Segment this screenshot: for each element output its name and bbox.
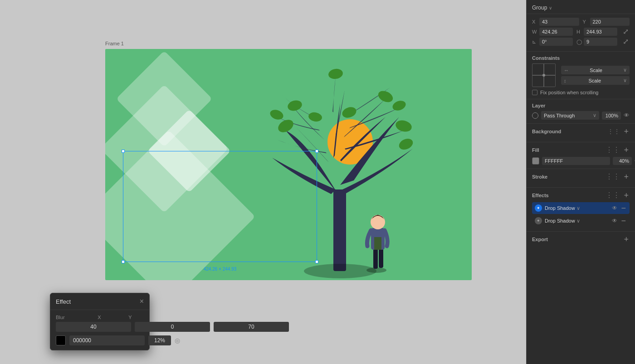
- resize-button[interactable]: ⤢: [622, 28, 630, 36]
- y-input[interactable]: [590, 18, 630, 26]
- background-actions: ⋮⋮ +: [606, 127, 630, 136]
- popup-color-hex-input[interactable]: [69, 335, 145, 345]
- fill-add-button[interactable]: +: [623, 146, 630, 154]
- popup-fields: Blur X Y ◎: [50, 310, 149, 350]
- rotation-input[interactable]: [539, 38, 573, 46]
- blur-value-input[interactable]: [56, 322, 131, 332]
- effect-2-remove-button[interactable]: −: [620, 217, 627, 225]
- svg-rect-13: [373, 248, 378, 269]
- fill-hex-input[interactable]: [542, 157, 610, 165]
- export-section: Export +: [527, 232, 635, 247]
- expand-button[interactable]: ⤢: [622, 38, 630, 46]
- popup-title: Effect: [56, 298, 71, 305]
- layer-section: Layer Pass Through ∨ 👁: [527, 99, 635, 124]
- stroke-section: Stroke ⋮⋮ +: [527, 169, 635, 188]
- constraint-selects: ↔ Scale ∨ ↕ Scale ∨: [561, 66, 630, 85]
- background-header: Background ⋮⋮ +: [532, 127, 630, 136]
- fix-position-row: Fix position when scrolling: [532, 90, 630, 95]
- fill-row: 👁 −: [532, 157, 630, 165]
- blend-chevron: ∨: [593, 112, 596, 118]
- h-constraint-select[interactable]: ↔ Scale ∨: [561, 66, 630, 74]
- canvas-area[interactable]: Frame 1: [0, 0, 526, 364]
- layer-title: Layer: [532, 103, 545, 108]
- corner-input[interactable]: [584, 38, 617, 46]
- effects-header: Effects ⋮⋮ +: [532, 191, 630, 199]
- y-value-input[interactable]: [214, 322, 289, 332]
- v-scale-icon: ↕: [564, 78, 567, 83]
- effect-name-1: Drop Shadow ∨: [545, 205, 609, 211]
- h-input[interactable]: [584, 28, 617, 36]
- constraint-box: [532, 63, 556, 87]
- effect-row-1: ✦ Drop Shadow ∨ 👁 −: [532, 202, 630, 214]
- xy-row: X Y: [532, 18, 630, 26]
- blend-mode-select[interactable]: Pass Through ∨: [541, 111, 599, 120]
- fill-actions: ⋮⋮ +: [605, 146, 630, 154]
- svg-point-8: [397, 136, 415, 151]
- layer-header: Layer: [532, 103, 630, 108]
- frame-label: Frame 1: [105, 41, 124, 46]
- rot-corner-row: ⊾ ◯ ⤢: [532, 38, 630, 46]
- x-label: X: [532, 19, 537, 24]
- background-dots-button[interactable]: ⋮⋮: [606, 127, 621, 136]
- svg-rect-16: [374, 237, 381, 250]
- stroke-add-button[interactable]: +: [623, 173, 630, 181]
- stroke-title: Stroke: [532, 174, 547, 180]
- tree-svg: [245, 49, 472, 280]
- y-label: Y: [583, 19, 588, 24]
- effects-dots-button[interactable]: ⋮⋮: [605, 191, 621, 199]
- svg-point-11: [304, 264, 376, 278]
- corner-label: ◯: [576, 39, 582, 45]
- background-add-button[interactable]: +: [623, 127, 630, 136]
- layer-blend-icon: [532, 112, 538, 119]
- h-chevron: ∨: [623, 67, 627, 73]
- effects-actions: ⋮⋮ +: [605, 191, 630, 199]
- svg-point-9: [308, 112, 322, 123]
- effect-1-eye-icon[interactable]: 👁: [612, 205, 617, 211]
- effect-2-eye-icon[interactable]: 👁: [612, 218, 617, 224]
- svg-point-3: [287, 99, 303, 112]
- popup-color-swatch[interactable]: [56, 335, 66, 345]
- fix-position-checkbox[interactable]: [532, 90, 537, 95]
- rotation-label: ⊾: [532, 39, 537, 45]
- constraints-section: Constraints ↔ Scale ∨ ↕ Scale ∨: [527, 52, 635, 99]
- w-field-group: W: [532, 28, 573, 36]
- svg-point-7: [395, 119, 413, 133]
- effect-row-2: ✦ Drop Shadow ∨ 👁 −: [532, 216, 630, 226]
- effect-1-chevron: ∨: [576, 205, 580, 211]
- stroke-dots-button[interactable]: ⋮⋮: [605, 173, 621, 181]
- y-label: Y: [117, 315, 144, 320]
- x-value-input[interactable]: [135, 322, 210, 332]
- constraint-dot: [542, 74, 545, 77]
- effect-2-chevron: ∨: [576, 218, 580, 224]
- stroke-header: Stroke ⋮⋮ +: [532, 173, 630, 181]
- x-field-group: X: [532, 18, 579, 26]
- svg-rect-14: [379, 248, 383, 268]
- v-constraint-select[interactable]: ↕ Scale ∨: [561, 76, 630, 85]
- popup-header: Effect ×: [50, 293, 149, 310]
- w-input[interactable]: [539, 28, 573, 36]
- popup-color-row: ◎: [56, 335, 144, 345]
- blur-label: Blur: [56, 315, 82, 320]
- group-title: Group ∨: [532, 5, 552, 11]
- fill-title: Fill: [532, 147, 539, 153]
- effects-add-button[interactable]: +: [623, 191, 630, 199]
- right-panel: Group ∨ X Y W H ⤢: [526, 0, 635, 364]
- svg-point-2: [269, 108, 284, 121]
- effect-name-2: Drop Shadow ∨: [545, 218, 609, 224]
- export-add-button[interactable]: +: [623, 235, 630, 243]
- effect-1-remove-button[interactable]: −: [620, 204, 627, 212]
- fill-dots-button[interactable]: ⋮⋮: [605, 146, 621, 154]
- tree-illustration: [105, 49, 472, 280]
- opacity-input[interactable]: [602, 112, 621, 120]
- group-chevron[interactable]: ∨: [549, 5, 552, 10]
- layer-row: Pass Through ∨ 👁: [532, 111, 630, 120]
- fill-color-swatch[interactable]: [532, 157, 539, 165]
- fill-opacity-input[interactable]: [613, 157, 632, 165]
- popup-labels-row: Blur X Y: [56, 315, 144, 320]
- x-input[interactable]: [539, 18, 579, 26]
- h-scale-icon: ↔: [564, 68, 569, 73]
- svg-point-1: [276, 117, 295, 135]
- popup-opacity-input[interactable]: [148, 335, 171, 345]
- layer-eye-icon[interactable]: 👁: [624, 112, 630, 119]
- popup-close-button[interactable]: ×: [140, 298, 144, 305]
